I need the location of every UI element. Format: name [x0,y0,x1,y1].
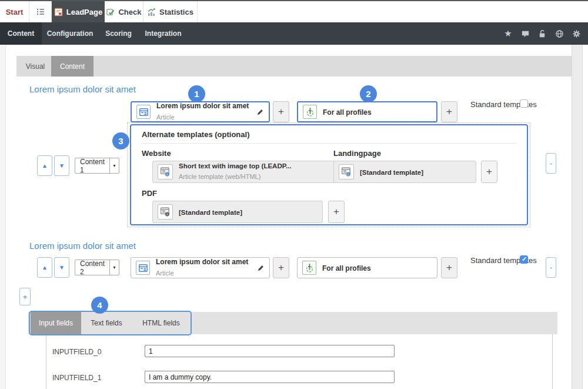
tab-html-fields[interactable]: HTML fields [132,312,191,334]
inputfield-1-label: INPUTFIELD_1 [52,374,101,382]
section1-add-profile-button[interactable]: + [441,101,457,122]
section2-remove-button[interactable]: - [546,257,556,278]
view-tab-content[interactable]: Content [51,56,93,77]
tab-input-fields-label: Input fields [39,319,73,327]
alternate-templates-title: Alternate templates (optional) [142,130,249,139]
chevron-down-icon: ▼ [109,260,119,275]
section2-article-title: Lorem ipsum dolor sit amet [156,258,257,267]
step-badge-4: 4 [91,297,108,314]
section2-content-select[interactable]: Content 2 ▼ [75,260,119,275]
view-tab-content-label: Content [60,62,85,71]
unlock-icon[interactable] [537,29,547,38]
tab-text-fields[interactable]: Text fields [81,312,132,334]
chevron-down-icon: ▼ [109,158,119,173]
tab-leadpage[interactable]: LeadPage [52,1,105,22]
page-frame-left [0,45,6,389]
section2-profiles-title: For all profiles [322,264,371,272]
tab-statistics[interactable]: Statistics [143,1,198,22]
template-gear-icon [158,204,173,220]
section1-content-select[interactable]: Content 1 ▼ [75,158,119,174]
view-switch-bar: Visual Content [16,56,572,77]
leadpage-doc-icon [54,8,63,16]
section2-add-article-button[interactable]: + [273,257,289,278]
website-label: Website [142,149,171,158]
section2-add-profile-button[interactable]: + [441,257,457,278]
list-icon [36,7,45,16]
tab-text-fields-label: Text fields [91,319,122,327]
page-frame-right [572,45,583,389]
landingpage-template-box[interactable]: [Standard template] [333,161,476,183]
section2-heading: Lorem ipsum dolor sit amet [29,241,136,251]
top-tab-bar: Start LeadPage Check [0,1,588,22]
template-gear-icon [339,164,354,179]
tab-input-fields[interactable]: Input fields [31,312,81,334]
module-nav-bar: Content Configuration Scoring Integratio… [0,22,588,45]
section1-move-up-button[interactable]: ▲ [37,155,52,176]
tab-list[interactable] [29,1,52,22]
nav-tab-configuration[interactable]: Configuration [42,22,98,45]
section2-article-subtitle: Article [156,270,174,277]
view-tab-visual-label: Visual [26,62,45,71]
nav-tab-configuration-label: Configuration [47,29,93,38]
add-content-section-button[interactable]: + [19,288,31,305]
template-gear-icon [158,164,173,179]
section2-standard-templates-checkbox[interactable] [520,255,528,264]
nav-icon-group: ★ [503,22,581,45]
nav-tab-integration[interactable]: Integration [139,22,188,45]
gear-icon[interactable] [572,29,581,38]
landingpage-add-template-button[interactable]: + [481,161,497,183]
section1-add-article-button[interactable]: + [273,101,289,122]
input-fields-panel: INPUTFIELD_0 INPUTFIELD_1 [46,334,553,389]
step-badge-3: 3 [112,132,129,149]
leadpage-app-window: Start LeadPage Check [0,0,588,389]
section2-move-down-button[interactable]: ▼ [54,257,69,278]
star-icon[interactable]: ★ [503,29,513,38]
inputfield-0-label: INPUTFIELD_0 [52,348,101,356]
article-icon [136,105,151,119]
section2-move-up-button[interactable]: ▲ [37,257,52,278]
section1-standard-templates-checkbox[interactable] [520,99,528,108]
inputfield-1-input[interactable] [145,371,395,383]
section1-remove-button[interactable]: - [546,153,556,174]
nav-tab-scoring[interactable]: Scoring [98,22,139,45]
profiles-target-icon [302,261,316,275]
section1-profiles-title: For all profiles [323,108,372,117]
view-tab-visual[interactable]: Visual [19,56,51,77]
profiles-target-icon [303,105,317,119]
step-badge-2: 2 [360,85,377,102]
edit-pencil-icon[interactable] [256,108,264,116]
divider [142,143,516,144]
landingpage-template-title: [Standard template] [360,169,423,176]
tab-check[interactable]: Check [105,1,143,22]
edit-pencil-icon[interactable] [257,264,265,272]
section1-profiles-box[interactable]: For all profiles [297,101,437,122]
nav-tab-content[interactable]: Content [0,22,42,45]
section2-profiles-box[interactable]: For all profiles [297,257,437,278]
nav-tab-content-label: Content [8,29,34,38]
tab-leadpage-label: LeadPage [66,8,102,16]
nav-tab-scoring-label: Scoring [105,29,132,38]
comment-icon[interactable] [520,29,530,38]
section1-article-title: Lorem ipsum dolor sit amet [156,102,256,111]
inputfield-0-input[interactable] [145,345,395,357]
landingpage-label: Landingpage [333,149,381,158]
article-icon [136,261,150,275]
section1-article-box[interactable]: Lorem ipsum dolor sit amet Article [131,101,270,122]
tab-start-label: Start [6,8,24,16]
check-icon [106,8,115,16]
pdf-add-template-button[interactable]: + [328,201,345,223]
step-badge-1: 1 [188,85,205,102]
tab-start[interactable]: Start [0,1,29,22]
tab-check-label: Check [118,8,141,16]
section1-article-subtitle: Article [156,114,175,121]
nav-tab-integration-label: Integration [145,29,182,38]
globe-icon[interactable] [554,29,564,38]
tab-statistics-label: Statistics [159,8,193,16]
section1-move-down-button[interactable]: ▼ [54,155,69,176]
statistics-chart-icon [147,8,156,16]
section2-content-select-value: Content 2 [75,260,109,276]
alternate-templates-panel: Alternate templates (optional) Website S… [130,124,528,225]
tab-html-fields-label: HTML fields [142,319,180,327]
section2-article-box[interactable]: Lorem ipsum dolor sit amet Article [131,257,270,278]
pdf-template-box[interactable]: [Standard template] [152,201,323,223]
